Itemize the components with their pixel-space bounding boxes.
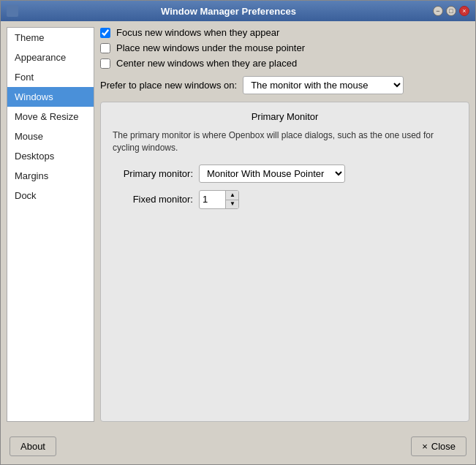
title-bar: Window Manager Preferences − □ ×	[1, 1, 475, 21]
main-window: Window Manager Preferences − □ × Theme A…	[0, 0, 476, 465]
options-section: Focus new windows when they appear Place…	[100, 27, 469, 94]
primary-monitor-select[interactable]: Monitor With Mouse Pointer Fixed Monitor	[199, 165, 345, 183]
sidebar-item-desktops[interactable]: Desktops	[7, 146, 94, 166]
close-label: Close	[431, 441, 456, 452]
spinner-buttons: ▲ ▼	[225, 191, 239, 208]
about-button[interactable]: About	[10, 436, 56, 456]
close-button[interactable]: × Close	[411, 436, 466, 456]
checkbox-row-3: Center new windows when they are placed	[100, 58, 469, 69]
focus-new-windows-checkbox[interactable]	[100, 28, 110, 38]
sidebar-item-dock[interactable]: Dock	[7, 186, 94, 205]
bottom-bar: About × Close	[1, 428, 475, 464]
fixed-monitor-field-label: Fixed monitor:	[113, 194, 193, 205]
primary-monitor-row: Primary monitor: Monitor With Mouse Poin…	[113, 165, 457, 183]
primary-monitor-field-label: Primary monitor:	[113, 168, 193, 179]
prefer-select[interactable]: The monitor with the mouse Primary monit…	[243, 76, 404, 94]
center-new-windows-checkbox[interactable]	[100, 58, 110, 69]
fixed-monitor-row: Fixed monitor: ▲ ▼	[113, 190, 457, 209]
sidebar-item-windows[interactable]: Windows	[7, 87, 94, 107]
sidebar-item-move-resize[interactable]: Move & Resize	[7, 107, 94, 126]
checkbox-row-2: Place new windows under the mouse pointe…	[100, 42, 469, 53]
primary-monitor-description: The primary monitor is where Openbox wil…	[113, 129, 457, 154]
close-icon: ×	[422, 441, 428, 452]
primary-monitor-box: Primary Monitor The primary monitor is w…	[100, 102, 469, 422]
primary-monitor-title: Primary Monitor	[113, 111, 457, 122]
spinner-down-button[interactable]: ▼	[226, 200, 239, 208]
maximize-icon: □	[449, 7, 453, 15]
spinner-up-button[interactable]: ▲	[226, 191, 239, 200]
place-under-mouse-label: Place new windows under the mouse pointe…	[116, 42, 305, 53]
place-under-mouse-checkbox[interactable]	[100, 43, 110, 53]
sidebar-item-font[interactable]: Font	[7, 67, 94, 87]
content-area: Theme Appearance Font Windows Move & Res…	[1, 21, 475, 428]
prefer-row: Prefer to place new windows on: The moni…	[100, 76, 469, 94]
close-titlebar-icon: ×	[462, 7, 466, 15]
center-new-windows-label: Center new windows when they are placed	[116, 58, 297, 69]
title-bar-controls: − □ ×	[433, 6, 469, 16]
main-panel: Focus new windows when they appear Place…	[100, 27, 469, 422]
about-label: About	[20, 441, 45, 452]
fixed-monitor-spinner: ▲ ▼	[199, 190, 239, 209]
sidebar-item-theme[interactable]: Theme	[7, 28, 94, 48]
window-icon	[7, 5, 18, 17]
close-titlebar-button[interactable]: ×	[459, 6, 469, 16]
sidebar-item-mouse[interactable]: Mouse	[7, 126, 94, 146]
fixed-monitor-input[interactable]	[200, 192, 225, 207]
sidebar-item-appearance[interactable]: Appearance	[7, 48, 94, 67]
prefer-label: Prefer to place new windows on:	[100, 80, 237, 91]
maximize-button[interactable]: □	[446, 6, 456, 16]
window-title: Window Manager Preferences	[24, 6, 433, 17]
minimize-icon: −	[436, 7, 439, 15]
sidebar-item-margins[interactable]: Margins	[7, 166, 94, 186]
sidebar: Theme Appearance Font Windows Move & Res…	[7, 27, 94, 422]
focus-new-windows-label: Focus new windows when they appear	[116, 27, 279, 38]
minimize-button[interactable]: −	[433, 6, 443, 16]
checkbox-row-1: Focus new windows when they appear	[100, 27, 469, 38]
